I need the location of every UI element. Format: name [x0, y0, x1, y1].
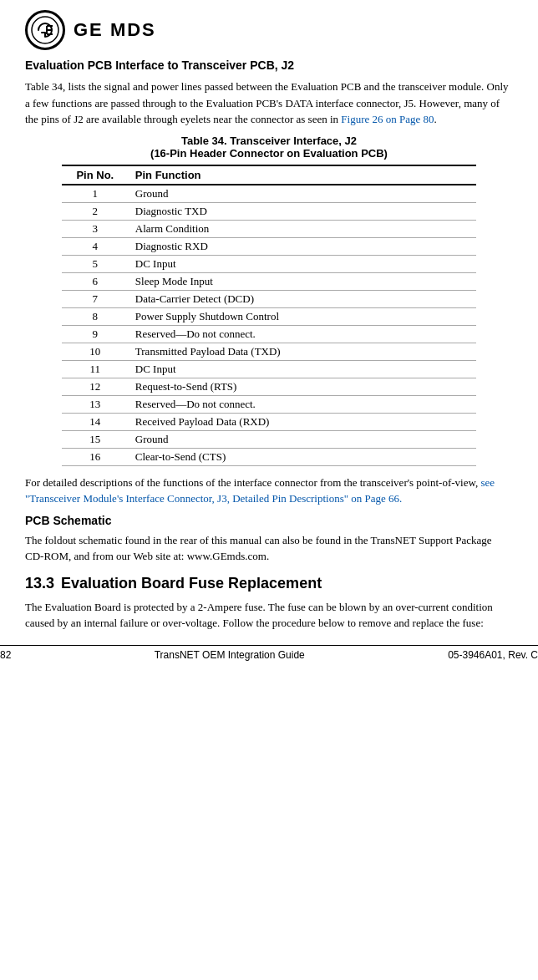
- table-row: 7Data-Carrier Detect (DCD): [62, 290, 476, 307]
- pin-number: 10: [62, 343, 129, 360]
- table-row: 1Ground: [62, 185, 476, 203]
- after-table-text: For detailed descriptions of the functio…: [25, 476, 478, 489]
- table-row: 2Diagnostic TXD: [62, 202, 476, 220]
- table-row: 14Received Payload Data (RXD): [62, 413, 476, 430]
- pin-function: Transmitted Payload Data (TXD): [129, 343, 476, 360]
- pin-number: 4: [62, 237, 129, 255]
- table-row: 6Sleep Mode Input: [62, 272, 476, 290]
- intro-period: .: [434, 113, 437, 125]
- footer-title: TransNET OEM Integration Guide: [11, 649, 448, 661]
- table-row: 5DC Input: [62, 255, 476, 272]
- pin-function: Ground: [129, 185, 476, 203]
- intro-paragraph: Table 34, lists the signal and power lin…: [25, 79, 513, 128]
- section-13-3-heading: 13.3 Evaluation Board Fuse Replacement: [25, 575, 513, 592]
- table-row: 11DC Input: [62, 360, 476, 378]
- pin-function: DC Input: [129, 255, 476, 272]
- table-row: 15Ground: [62, 430, 476, 448]
- col-pin-function: Pin Function: [129, 165, 476, 185]
- pin-number: 5: [62, 255, 129, 272]
- section-13-3-text: The Evaluation Board is protected by a 2…: [25, 599, 513, 632]
- pin-function: Ground: [129, 430, 476, 448]
- section-number: 13.3: [25, 575, 54, 592]
- logo-icon: [25, 10, 65, 50]
- pin-number: 9: [62, 325, 129, 343]
- table-row: 16Clear-to-Send (CTS): [62, 448, 476, 465]
- pin-number: 14: [62, 413, 129, 430]
- pin-table: Pin No. Pin Function 1Ground2Diagnostic …: [62, 165, 476, 466]
- table-row: 13Reserved—Do not connect.: [62, 395, 476, 413]
- pin-function: Data-Carrier Detect (DCD): [129, 290, 476, 307]
- pin-function: Clear-to-Send (CTS): [129, 448, 476, 465]
- table-row: 12Request-to-Send (RTS): [62, 378, 476, 395]
- pin-number: 3: [62, 220, 129, 237]
- pin-number: 12: [62, 378, 129, 395]
- logo-area: GE MDS: [25, 10, 513, 50]
- pin-function: Diagnostic RXD: [129, 237, 476, 255]
- table-title: Table 34. Transceiver Interface, J2 (16-…: [25, 135, 513, 160]
- pin-number: 2: [62, 202, 129, 220]
- pin-function: Reserved—Do not connect.: [129, 325, 476, 343]
- pin-number: 8: [62, 307, 129, 325]
- pin-function: Reserved—Do not connect.: [129, 395, 476, 413]
- footer-doc-number: 05-3946A01, Rev. C: [448, 649, 538, 661]
- pin-function: Sleep Mode Input: [129, 272, 476, 290]
- pin-function: Request-to-Send (RTS): [129, 378, 476, 395]
- pin-function: DC Input: [129, 360, 476, 378]
- pin-number: 13: [62, 395, 129, 413]
- pin-table-container: Table 34. Transceiver Interface, J2 (16-…: [25, 135, 513, 466]
- col-pin-no: Pin No.: [62, 165, 129, 185]
- table-row: 4Diagnostic RXD: [62, 237, 476, 255]
- pin-number: 1: [62, 185, 129, 203]
- pin-function: Received Payload Data (RXD): [129, 413, 476, 430]
- footer-page-number: 82: [0, 649, 11, 661]
- table-row: 10Transmitted Payload Data (TXD): [62, 343, 476, 360]
- pin-function: Power Supply Shutdown Control: [129, 307, 476, 325]
- table-row: 3Alarm Condition: [62, 220, 476, 237]
- pcb-schematic-heading: PCB Schematic: [25, 514, 513, 527]
- pin-function: Diagnostic TXD: [129, 202, 476, 220]
- svg-point-0: [32, 17, 58, 43]
- pin-number: 6: [62, 272, 129, 290]
- section-heading: Evaluation PCB Interface to Transceiver …: [25, 58, 513, 72]
- after-table-paragraph: For detailed descriptions of the functio…: [25, 475, 513, 507]
- pin-number: 11: [62, 360, 129, 378]
- footer-bar: 82 TransNET OEM Integration Guide 05-394…: [0, 645, 538, 661]
- pin-function: Alarm Condition: [129, 220, 476, 237]
- pin-number: 15: [62, 430, 129, 448]
- figure-link[interactable]: Figure 26 on Page 80: [341, 113, 434, 125]
- section-title: Evaluation Board Fuse Replacement: [61, 575, 322, 592]
- pcb-schematic-text: The foldout schematic found in the rear …: [25, 532, 513, 565]
- pin-number: 16: [62, 448, 129, 465]
- table-row: 9Reserved—Do not connect.: [62, 325, 476, 343]
- pin-number: 7: [62, 290, 129, 307]
- logo-text: GE MDS: [74, 19, 156, 41]
- table-row: 8Power Supply Shutdown Control: [62, 307, 476, 325]
